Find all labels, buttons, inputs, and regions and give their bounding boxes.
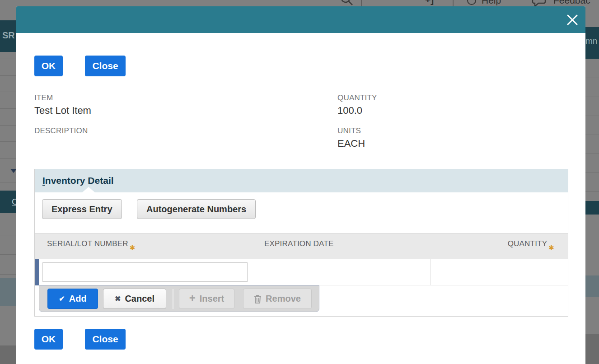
help-icon	[467, 0, 476, 5]
inventory-detail-panel: Inventory Detail Express Entry Autogener…	[34, 169, 568, 317]
column-header-serial-lot: SERIAL/LOT NUMBER✱	[47, 239, 136, 248]
button-divider	[72, 56, 72, 76]
help-label: Help	[482, 0, 501, 6]
backdrop-left-rail: SR C	[0, 6, 16, 364]
plus-icon: +	[189, 293, 196, 303]
express-entry-button[interactable]: Express Entry	[42, 199, 122, 219]
dialog-header	[16, 6, 585, 33]
insert-button: +Insert	[179, 289, 234, 309]
right-rail-header: mn	[585, 27, 599, 59]
item-value: Test Lot Item	[34, 105, 91, 117]
left-rail-header: SR	[0, 20, 16, 52]
column-header-expiration: EXPIRATION DATE	[264, 239, 334, 248]
field-column-left: ITEM Test Lot Item DESCRIPTION	[34, 93, 91, 159]
backdrop-topbar: +] Help Feedbac	[0, 0, 599, 6]
inventory-detail-tabbar: Inventory Detail	[35, 169, 568, 192]
button-divider	[72, 329, 72, 349]
checkmark-icon: ✔	[59, 295, 65, 303]
units-label: UNITS	[337, 126, 377, 135]
inventory-detail-dialog: OK Close ITEM Test Lot Item DESCRIPTION …	[16, 6, 585, 364]
remove-button: Remove	[243, 289, 312, 309]
feedback-icon	[532, 0, 547, 6]
close-button-top[interactable]: Close	[85, 56, 126, 76]
active-tab-notch	[82, 187, 95, 192]
column-divider	[430, 259, 431, 285]
backdrop-right-rail: mn	[585, 6, 599, 364]
feedback-label: Feedbac	[553, 0, 590, 6]
x-icon: ✖	[115, 295, 121, 303]
required-asterisk: ✱	[130, 244, 136, 252]
dropdown-arrow-icon	[10, 169, 16, 173]
cancel-button[interactable]: ✖Cancel	[103, 289, 166, 309]
serial-lot-number-input[interactable]	[42, 262, 248, 282]
field-column-right: QUANTITY 100.0 UNITS EACH	[337, 93, 377, 159]
units-value: EACH	[337, 138, 377, 149]
description-label: DESCRIPTION	[34, 126, 91, 135]
row-action-toolbar: ✔Add ✖Cancel +Insert Remove	[39, 285, 319, 312]
column-header-quantity: QUANTITY✱	[508, 239, 554, 248]
quick-add-icon: +]	[425, 0, 434, 5]
tab-inventory-detail[interactable]: Inventory Detail	[42, 169, 114, 192]
required-asterisk: ✱	[548, 244, 554, 252]
ok-button-bottom[interactable]: OK	[34, 329, 63, 350]
left-rail-section: C	[0, 191, 16, 213]
quantity-label: QUANTITY	[337, 93, 377, 103]
autogenerate-numbers-button[interactable]: Autogenerate Numbers	[137, 199, 256, 219]
description-value	[34, 138, 91, 149]
close-icon[interactable]	[566, 14, 578, 26]
item-label: ITEM	[34, 93, 91, 103]
column-divider	[255, 259, 255, 285]
grid-header: SERIAL/LOT NUMBER✱ EXPIRATION DATE QUANT…	[35, 233, 568, 259]
table-row	[35, 259, 568, 285]
screen: +] Help Feedbac SR C mn	[0, 0, 599, 364]
toolbar-divider	[173, 289, 173, 309]
close-button-bottom[interactable]: Close	[85, 329, 126, 350]
add-button[interactable]: ✔Add	[47, 289, 98, 309]
ok-button-top[interactable]: OK	[34, 56, 63, 76]
search-icon	[340, 0, 354, 6]
quantity-value: 100.0	[337, 105, 377, 117]
topbar-divider	[361, 0, 362, 6]
trash-icon	[254, 294, 262, 303]
topbar-divider	[453, 0, 454, 6]
row-selection-bar	[35, 259, 39, 285]
